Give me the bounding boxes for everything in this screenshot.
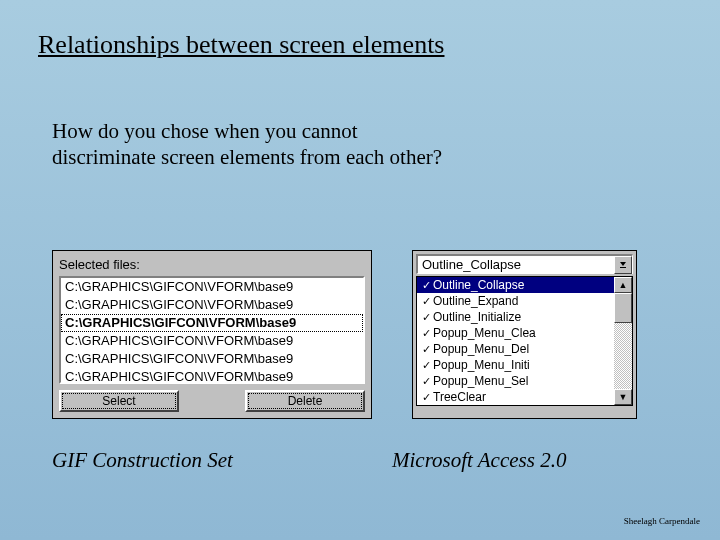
dropdown-item[interactable]: ✓Popup_Menu_Sel: [417, 373, 614, 389]
question-line-1: How do you chose when you cannot: [52, 119, 358, 143]
scroll-up-icon[interactable]: ▲: [614, 277, 632, 293]
scroll-thumb[interactable]: [614, 293, 632, 323]
scroll-track[interactable]: [614, 293, 632, 389]
author-footer: Sheelagh Carpendale: [624, 516, 700, 526]
slide-title: Relationships between screen elements: [38, 30, 444, 60]
list-item-selected[interactable]: C:\GRAPHICS\GIFCON\VFORM\base9: [61, 314, 363, 332]
dropdown-arrow-icon[interactable]: [614, 256, 632, 274]
question-line-2: discriminate screen elements from each o…: [52, 145, 442, 169]
select-button[interactable]: Select: [59, 390, 179, 412]
caption-gif: GIF Construction Set: [52, 448, 392, 473]
dropdown-list[interactable]: ✓Outline_Collapse ✓Outline_Expand ✓Outli…: [416, 276, 633, 406]
scrollbar[interactable]: ▲ ▼: [614, 277, 632, 405]
check-icon: ✓: [419, 327, 433, 340]
list-item[interactable]: C:\GRAPHICS\GIFCON\VFORM\base9: [61, 332, 363, 350]
svg-rect-0: [620, 267, 626, 268]
check-icon: ✓: [419, 375, 433, 388]
access-panel: Outline_Collapse ✓Outline_Collapse ✓Outl…: [412, 250, 637, 419]
list-item[interactable]: C:\GRAPHICS\GIFCON\VFORM\base9: [61, 278, 363, 296]
dropdown-item[interactable]: ✓Popup_Menu_Initi: [417, 357, 614, 373]
combo-box[interactable]: Outline_Collapse: [416, 254, 633, 274]
check-icon: ✓: [419, 311, 433, 324]
list-item[interactable]: C:\GRAPHICS\GIFCON\VFORM\base9: [61, 350, 363, 368]
combo-value: Outline_Collapse: [418, 257, 614, 272]
list-item[interactable]: C:\GRAPHICS\GIFCON\VFORM\base9: [61, 296, 363, 314]
dropdown-item[interactable]: ✓Popup_Menu_Del: [417, 341, 614, 357]
list-item[interactable]: C:\GRAPHICS\GIFCON\VFORM\base9: [61, 368, 363, 384]
file-listbox[interactable]: C:\GRAPHICS\GIFCON\VFORM\base9 C:\GRAPHI…: [59, 276, 365, 384]
delete-button[interactable]: Delete: [245, 390, 365, 412]
dropdown-item[interactable]: ✓TreeClear: [417, 389, 614, 405]
caption-access: Microsoft Access 2.0: [392, 448, 566, 473]
button-row: Select Delete: [59, 390, 365, 412]
check-icon: ✓: [419, 343, 433, 356]
captions: GIF Construction Set Microsoft Access 2.…: [52, 448, 652, 473]
slide-question: How do you chose when you cannot discrim…: [52, 118, 442, 171]
selected-files-label: Selected files:: [59, 255, 365, 272]
gif-construction-panel: Selected files: C:\GRAPHICS\GIFCON\VFORM…: [52, 250, 372, 419]
check-icon: ✓: [419, 359, 433, 372]
dropdown-item[interactable]: ✓Outline_Expand: [417, 293, 614, 309]
dropdown-item[interactable]: ✓Popup_Menu_Clea: [417, 325, 614, 341]
check-icon: ✓: [419, 279, 433, 292]
check-icon: ✓: [419, 295, 433, 308]
panels: Selected files: C:\GRAPHICS\GIFCON\VFORM…: [52, 250, 637, 419]
dropdown-item[interactable]: ✓Outline_Initialize: [417, 309, 614, 325]
check-icon: ✓: [419, 391, 433, 404]
dropdown-item-selected[interactable]: ✓Outline_Collapse: [417, 277, 614, 293]
scroll-down-icon[interactable]: ▼: [614, 389, 632, 405]
